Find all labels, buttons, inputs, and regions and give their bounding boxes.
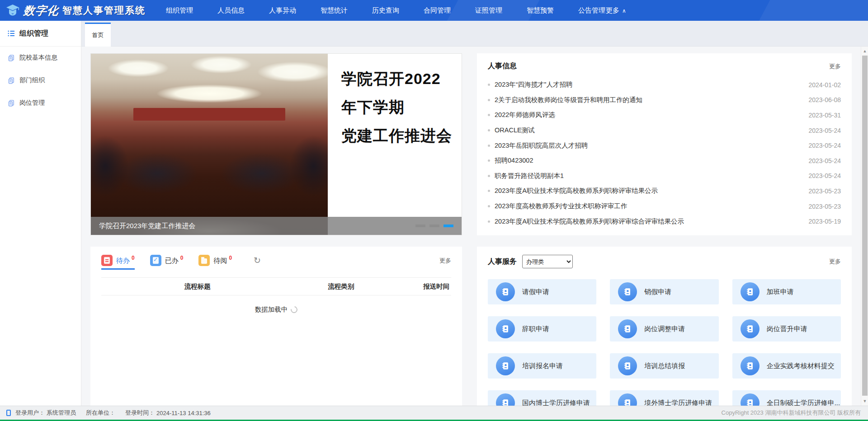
service-card[interactable]: 企业实践考核材料提交 bbox=[732, 353, 841, 379]
hr-news-panel: 人事信息 更多 2023年“四海揽才”人才招聘 2024-01-02 2关于启动… bbox=[477, 53, 852, 235]
news-item[interactable]: 2023年度A职业技术学院高校教师系列职称评审结果公示 2023-05-23 bbox=[488, 183, 841, 199]
news-carousel: 学院召开2022年下学期 党建工作推进会 学院召开2023年党建工作推进会 bbox=[90, 53, 462, 235]
status-bar: 登录用户： 系统管理员 所在单位： 登录时间： 2024-11-13 14:31… bbox=[0, 406, 868, 421]
hr-news-list: 2023年“四海揽才”人才招聘 2024-01-02 2关于启动我校教师岗位等级… bbox=[488, 77, 841, 229]
list-icon bbox=[7, 29, 15, 37]
news-item[interactable]: 2023年度高校教师系列专业技术职称评审工作 2023-05-23 bbox=[488, 199, 841, 214]
news-item[interactable]: 2023年“四海揽才”人才招聘 2024-01-02 bbox=[488, 77, 841, 93]
carousel-caption-text: 学院召开2023年党建工作推进会 bbox=[99, 222, 415, 230]
flow-table-header: 流程标题流程类别报送时间 bbox=[101, 277, 451, 295]
document-icon bbox=[8, 77, 15, 84]
id-badge-icon bbox=[496, 319, 515, 338]
bullet-icon bbox=[488, 175, 490, 177]
loading-indicator: 数据加载中 bbox=[101, 305, 451, 314]
todo-tab[interactable]: 待办 0 bbox=[101, 255, 135, 271]
service-card[interactable]: 境外博士学历进修申请 bbox=[610, 390, 718, 406]
news-item[interactable]: 2022年师德师风评选 2023-05-31 bbox=[488, 108, 841, 123]
todo-tab[interactable]: 待阅 0 bbox=[198, 255, 232, 271]
nav-more-button[interactable]: 更多∧ bbox=[606, 0, 626, 21]
sidebar-item[interactable]: 岗位管理 bbox=[0, 92, 81, 114]
graduation-cap-icon bbox=[5, 3, 20, 18]
id-badge-icon bbox=[618, 393, 637, 406]
service-card[interactable]: 销假申请 bbox=[610, 279, 718, 304]
nav-item[interactable]: 智慧统计 bbox=[308, 0, 360, 21]
news-item[interactable]: ORACLE测试 2023-05-24 bbox=[488, 123, 841, 138]
service-card[interactable]: 岗位晋升申请 bbox=[732, 316, 841, 341]
nav-item[interactable]: 人员信息 bbox=[205, 0, 257, 21]
login-info: 登录用户： 系统管理员 所在单位： 登录时间： 2024-11-13 14:31… bbox=[6, 409, 211, 417]
service-card[interactable]: 全日制硕士学历进修申... bbox=[732, 390, 841, 406]
refresh-icon[interactable]: ↻ bbox=[254, 255, 261, 266]
sidebar-item[interactable]: 院校基本信息 bbox=[0, 47, 81, 69]
copyright-text: CopyRight 2023 湖南中科新域科技有限公司 版权所有 bbox=[722, 409, 861, 417]
carousel-dot[interactable] bbox=[443, 225, 453, 227]
nav-menu: 组织管理人员信息人事异动智慧统计历史查询合同管理证照管理智慧预警公告管理 bbox=[154, 0, 618, 21]
flow-column-header: 报送时间 bbox=[388, 282, 451, 291]
nav-item[interactable]: 合同管理 bbox=[411, 0, 463, 21]
meeting-photo[interactable] bbox=[91, 54, 328, 235]
news-item[interactable]: 2023年度A职业技术学院高校教师系列职称评审综合评审结果公示 2023-05-… bbox=[488, 214, 841, 229]
carousel-caption-bar: 学院召开2023年党建工作推进会 bbox=[91, 217, 462, 235]
user-icon bbox=[6, 410, 11, 416]
brand-title: 智慧人事管理系统 bbox=[62, 4, 146, 17]
bullet-icon bbox=[488, 114, 490, 116]
services-more-link[interactable]: 更多 bbox=[829, 257, 841, 266]
id-badge-icon bbox=[618, 356, 637, 375]
bullet-icon bbox=[488, 84, 490, 86]
news-item[interactable]: 2关于启动我校教师岗位等级晋升和聘用工作的通知 2023-06-08 bbox=[488, 93, 841, 108]
services-title: 人事服务 bbox=[488, 257, 517, 267]
flow-column-header: 流程类别 bbox=[294, 282, 388, 291]
nav-item[interactable]: 人事异动 bbox=[257, 0, 308, 21]
carousel-slide[interactable]: 学院召开2022年下学期 党建工作推进会 bbox=[91, 54, 462, 235]
top-navbar: 数字化 智慧人事管理系统 组织管理人员信息人事异动智慧统计历史查询合同管理证照管… bbox=[0, 0, 868, 21]
carousel-dot[interactable] bbox=[429, 225, 439, 227]
service-card[interactable]: 加班申请 bbox=[732, 279, 841, 304]
service-card[interactable]: 培训总结填报 bbox=[610, 353, 718, 379]
service-card[interactable]: 请假申请 bbox=[488, 279, 596, 304]
id-badge-icon bbox=[618, 319, 637, 338]
hr-news-more-link[interactable]: 更多 bbox=[829, 62, 841, 70]
carousel-dot[interactable] bbox=[415, 225, 425, 227]
slide-headline[interactable]: 学院召开2022年下学期 党建工作推进会 bbox=[328, 54, 462, 235]
bullet-icon bbox=[488, 159, 490, 162]
nav-item[interactable]: 证照管理 bbox=[463, 0, 514, 21]
news-item[interactable]: 职务晋升路径说明副本1 2023-05-24 bbox=[488, 168, 841, 184]
services-grid: 请假申请 销假申请 加班申请 bbox=[488, 279, 841, 406]
bullet-icon bbox=[488, 99, 490, 101]
service-card[interactable]: 辞职申请 bbox=[488, 316, 596, 341]
service-card[interactable]: 国内博士学历进修申请 bbox=[488, 390, 596, 406]
login-user-value: 系统管理员 bbox=[47, 409, 76, 417]
brand-prefix: 数字化 bbox=[23, 3, 59, 18]
service-card[interactable]: 培训报名申请 bbox=[488, 353, 596, 379]
bullet-icon bbox=[488, 190, 490, 192]
nav-item[interactable]: 智慧预警 bbox=[514, 0, 566, 21]
services-panel: 人事服务 办理类 更多 请假申请 bbox=[477, 247, 852, 406]
news-item[interactable]: 招聘0423002 2023-05-24 bbox=[488, 153, 841, 168]
service-card[interactable]: 岗位调整申请 bbox=[610, 316, 718, 341]
id-badge-icon bbox=[741, 282, 760, 301]
sidebar-items: 院校基本信息 部门组织 岗位管理 bbox=[0, 47, 81, 114]
id-badge-icon bbox=[496, 356, 515, 375]
tab-home[interactable]: 首页 bbox=[85, 23, 111, 47]
id-badge-icon bbox=[741, 393, 760, 406]
id-badge-icon bbox=[618, 282, 637, 301]
id-badge-icon bbox=[496, 282, 515, 301]
id-badge-icon bbox=[496, 393, 515, 406]
document-icon bbox=[8, 99, 15, 107]
todo-more-link[interactable]: 更多 bbox=[439, 255, 451, 266]
service-category-select[interactable]: 办理类 bbox=[522, 255, 573, 268]
nav-item[interactable]: 组织管理 bbox=[154, 0, 205, 21]
todo-tab[interactable]: 已办 0 bbox=[150, 255, 184, 271]
bullet-icon bbox=[488, 145, 490, 147]
sidebar-item[interactable]: 部门组织 bbox=[0, 69, 81, 92]
scrollbar-thumb[interactable] bbox=[862, 56, 868, 396]
bullet-icon bbox=[488, 220, 490, 223]
id-badge-icon bbox=[741, 319, 760, 338]
nav-item[interactable]: 历史查询 bbox=[360, 0, 411, 21]
news-item[interactable]: 2023年岳阳职院高层次人才招聘 2023-05-24 bbox=[488, 138, 841, 153]
scroll-down-arrow[interactable]: ▼ bbox=[861, 398, 868, 405]
scroll-up-arrow[interactable]: ▲ bbox=[861, 47, 868, 55]
bullet-icon bbox=[488, 205, 490, 207]
sidebar: 组织管理 院校基本信息 部门组织 岗位管理 bbox=[0, 21, 81, 406]
vertical-scrollbar[interactable]: ▲ ▼ bbox=[861, 47, 868, 406]
